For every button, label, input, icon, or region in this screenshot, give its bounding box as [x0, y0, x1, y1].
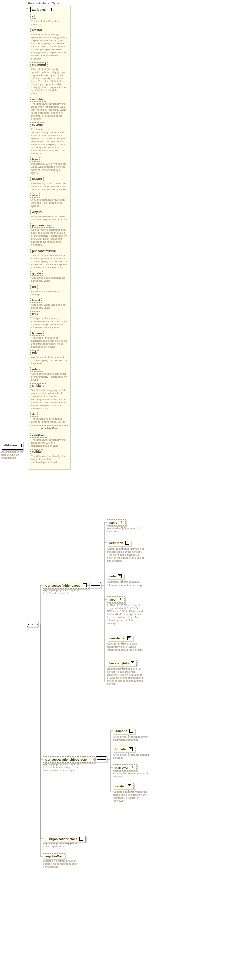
connector-lines — [0, 0, 234, 980]
